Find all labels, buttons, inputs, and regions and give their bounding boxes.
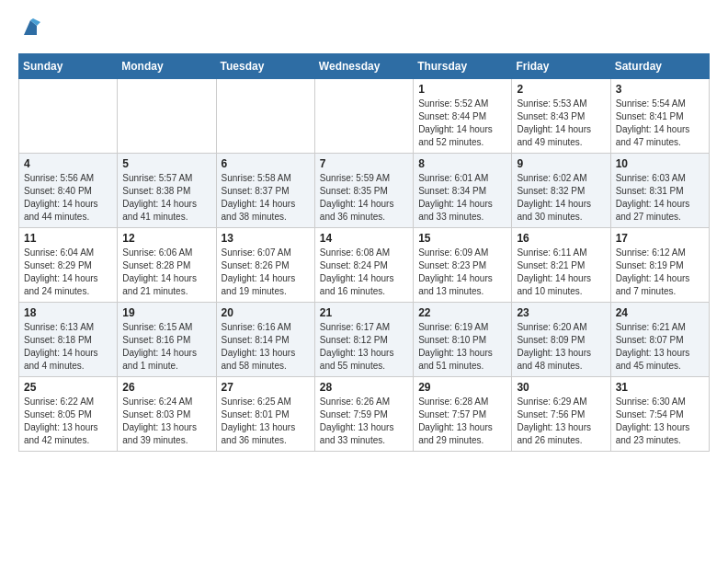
calendar-cell: 20Sunrise: 6:16 AM Sunset: 8:14 PM Dayli… xyxy=(216,303,314,377)
day-info: Sunrise: 6:15 AM Sunset: 8:16 PM Dayligh… xyxy=(122,321,210,373)
calendar-cell: 25Sunrise: 6:22 AM Sunset: 8:05 PM Dayli… xyxy=(19,377,118,452)
calendar-cell xyxy=(314,79,413,154)
day-number: 21 xyxy=(320,306,408,319)
calendar-week-row: 1Sunrise: 5:52 AM Sunset: 8:44 PM Daylig… xyxy=(19,79,710,154)
calendar-header-friday: Friday xyxy=(512,54,610,79)
calendar-cell: 1Sunrise: 5:52 AM Sunset: 8:44 PM Daylig… xyxy=(414,79,512,154)
day-info: Sunrise: 6:09 AM Sunset: 8:23 PM Dayligh… xyxy=(418,247,506,298)
calendar-cell: 7Sunrise: 5:59 AM Sunset: 8:35 PM Daylig… xyxy=(314,154,413,228)
calendar-cell: 2Sunrise: 5:53 AM Sunset: 8:43 PM Daylig… xyxy=(512,79,610,154)
calendar-cell: 11Sunrise: 6:04 AM Sunset: 8:29 PM Dayli… xyxy=(19,228,118,303)
day-info: Sunrise: 6:25 AM Sunset: 8:01 PM Dayligh… xyxy=(222,396,310,447)
calendar-header-saturday: Saturday xyxy=(610,54,709,79)
calendar-cell: 31Sunrise: 6:30 AM Sunset: 7:54 PM Dayli… xyxy=(610,377,709,452)
day-number: 1 xyxy=(418,83,506,96)
day-info: Sunrise: 6:03 AM Sunset: 8:31 PM Dayligh… xyxy=(616,172,704,224)
day-info: Sunrise: 6:02 AM Sunset: 8:32 PM Dayligh… xyxy=(517,172,605,224)
calendar-cell: 27Sunrise: 6:25 AM Sunset: 8:01 PM Dayli… xyxy=(216,377,314,452)
header xyxy=(18,18,710,39)
day-number: 10 xyxy=(616,157,704,170)
calendar-week-row: 4Sunrise: 5:56 AM Sunset: 8:40 PM Daylig… xyxy=(19,154,710,228)
day-info: Sunrise: 6:13 AM Sunset: 8:18 PM Dayligh… xyxy=(24,321,112,373)
calendar-cell: 13Sunrise: 6:07 AM Sunset: 8:26 PM Dayli… xyxy=(216,228,314,303)
day-number: 30 xyxy=(517,381,605,394)
calendar-cell: 24Sunrise: 6:21 AM Sunset: 8:07 PM Dayli… xyxy=(610,303,709,377)
calendar-header-wednesday: Wednesday xyxy=(314,54,413,79)
day-info: Sunrise: 6:28 AM Sunset: 7:57 PM Dayligh… xyxy=(418,396,506,447)
day-info: Sunrise: 6:19 AM Sunset: 8:10 PM Dayligh… xyxy=(418,321,506,373)
day-info: Sunrise: 6:07 AM Sunset: 8:26 PM Dayligh… xyxy=(222,247,310,298)
calendar-cell: 19Sunrise: 6:15 AM Sunset: 8:16 PM Dayli… xyxy=(118,303,216,377)
day-info: Sunrise: 5:58 AM Sunset: 8:37 PM Dayligh… xyxy=(222,172,310,224)
day-number: 4 xyxy=(24,157,112,170)
day-info: Sunrise: 6:16 AM Sunset: 8:14 PM Dayligh… xyxy=(222,321,310,373)
calendar-week-row: 11Sunrise: 6:04 AM Sunset: 8:29 PM Dayli… xyxy=(19,228,710,303)
calendar-cell xyxy=(216,79,314,154)
day-number: 9 xyxy=(517,157,605,170)
day-number: 6 xyxy=(222,157,310,170)
calendar-cell xyxy=(118,79,216,154)
logo-icon xyxy=(20,18,40,39)
day-number: 31 xyxy=(616,381,704,394)
day-number: 7 xyxy=(320,157,408,170)
day-info: Sunrise: 5:53 AM Sunset: 8:43 PM Dayligh… xyxy=(517,98,605,149)
calendar-header-thursday: Thursday xyxy=(414,54,512,79)
calendar-cell xyxy=(19,79,118,154)
day-info: Sunrise: 6:12 AM Sunset: 8:19 PM Dayligh… xyxy=(616,247,704,298)
calendar-week-row: 18Sunrise: 6:13 AM Sunset: 8:18 PM Dayli… xyxy=(19,303,710,377)
day-number: 28 xyxy=(320,381,408,394)
day-number: 15 xyxy=(418,232,506,245)
calendar-cell: 18Sunrise: 6:13 AM Sunset: 8:18 PM Dayli… xyxy=(19,303,118,377)
day-info: Sunrise: 6:22 AM Sunset: 8:05 PM Dayligh… xyxy=(24,396,112,447)
day-number: 22 xyxy=(418,306,506,319)
calendar-cell: 14Sunrise: 6:08 AM Sunset: 8:24 PM Dayli… xyxy=(314,228,413,303)
day-info: Sunrise: 6:17 AM Sunset: 8:12 PM Dayligh… xyxy=(320,321,408,373)
calendar-cell: 29Sunrise: 6:28 AM Sunset: 7:57 PM Dayli… xyxy=(414,377,512,452)
day-number: 25 xyxy=(24,381,112,394)
day-info: Sunrise: 6:29 AM Sunset: 7:56 PM Dayligh… xyxy=(517,396,605,447)
day-info: Sunrise: 6:08 AM Sunset: 8:24 PM Dayligh… xyxy=(320,247,408,298)
calendar-week-row: 25Sunrise: 6:22 AM Sunset: 8:05 PM Dayli… xyxy=(19,377,710,452)
calendar-cell: 12Sunrise: 6:06 AM Sunset: 8:28 PM Dayli… xyxy=(118,228,216,303)
calendar-cell: 26Sunrise: 6:24 AM Sunset: 8:03 PM Dayli… xyxy=(118,377,216,452)
day-number: 5 xyxy=(122,157,210,170)
day-number: 29 xyxy=(418,381,506,394)
day-number: 23 xyxy=(517,306,605,319)
calendar-cell: 6Sunrise: 5:58 AM Sunset: 8:37 PM Daylig… xyxy=(216,154,314,228)
day-info: Sunrise: 6:11 AM Sunset: 8:21 PM Dayligh… xyxy=(517,247,605,298)
day-info: Sunrise: 6:04 AM Sunset: 8:29 PM Dayligh… xyxy=(24,247,112,298)
calendar-cell: 4Sunrise: 5:56 AM Sunset: 8:40 PM Daylig… xyxy=(19,154,118,228)
day-number: 2 xyxy=(517,83,605,96)
calendar-cell: 5Sunrise: 5:57 AM Sunset: 8:38 PM Daylig… xyxy=(118,154,216,228)
day-number: 12 xyxy=(122,232,210,245)
day-info: Sunrise: 6:30 AM Sunset: 7:54 PM Dayligh… xyxy=(616,396,704,447)
day-number: 24 xyxy=(616,306,704,319)
day-number: 3 xyxy=(616,83,704,96)
calendar-cell: 28Sunrise: 6:26 AM Sunset: 7:59 PM Dayli… xyxy=(314,377,413,452)
calendar-cell: 10Sunrise: 6:03 AM Sunset: 8:31 PM Dayli… xyxy=(610,154,709,228)
day-info: Sunrise: 6:20 AM Sunset: 8:09 PM Dayligh… xyxy=(517,321,605,373)
calendar-header-sunday: Sunday xyxy=(19,54,118,79)
calendar-cell: 22Sunrise: 6:19 AM Sunset: 8:10 PM Dayli… xyxy=(414,303,512,377)
day-info: Sunrise: 6:01 AM Sunset: 8:34 PM Dayligh… xyxy=(418,172,506,224)
calendar-cell: 9Sunrise: 6:02 AM Sunset: 8:32 PM Daylig… xyxy=(512,154,610,228)
day-number: 16 xyxy=(517,232,605,245)
day-number: 8 xyxy=(418,157,506,170)
day-info: Sunrise: 5:57 AM Sunset: 8:38 PM Dayligh… xyxy=(122,172,210,224)
day-info: Sunrise: 6:06 AM Sunset: 8:28 PM Dayligh… xyxy=(122,247,210,298)
day-info: Sunrise: 5:52 AM Sunset: 8:44 PM Dayligh… xyxy=(418,98,506,149)
calendar-cell: 23Sunrise: 6:20 AM Sunset: 8:09 PM Dayli… xyxy=(512,303,610,377)
calendar-cell: 16Sunrise: 6:11 AM Sunset: 8:21 PM Dayli… xyxy=(512,228,610,303)
day-number: 19 xyxy=(122,306,210,319)
day-info: Sunrise: 5:59 AM Sunset: 8:35 PM Dayligh… xyxy=(320,172,408,224)
calendar-cell: 21Sunrise: 6:17 AM Sunset: 8:12 PM Dayli… xyxy=(314,303,413,377)
calendar-header-monday: Monday xyxy=(118,54,216,79)
day-number: 17 xyxy=(616,232,704,245)
calendar-cell: 30Sunrise: 6:29 AM Sunset: 7:56 PM Dayli… xyxy=(512,377,610,452)
day-info: Sunrise: 5:54 AM Sunset: 8:41 PM Dayligh… xyxy=(616,98,704,149)
day-number: 13 xyxy=(222,232,310,245)
day-number: 14 xyxy=(320,232,408,245)
logo xyxy=(18,18,40,39)
calendar-cell: 15Sunrise: 6:09 AM Sunset: 8:23 PM Dayli… xyxy=(414,228,512,303)
day-info: Sunrise: 5:56 AM Sunset: 8:40 PM Dayligh… xyxy=(24,172,112,224)
